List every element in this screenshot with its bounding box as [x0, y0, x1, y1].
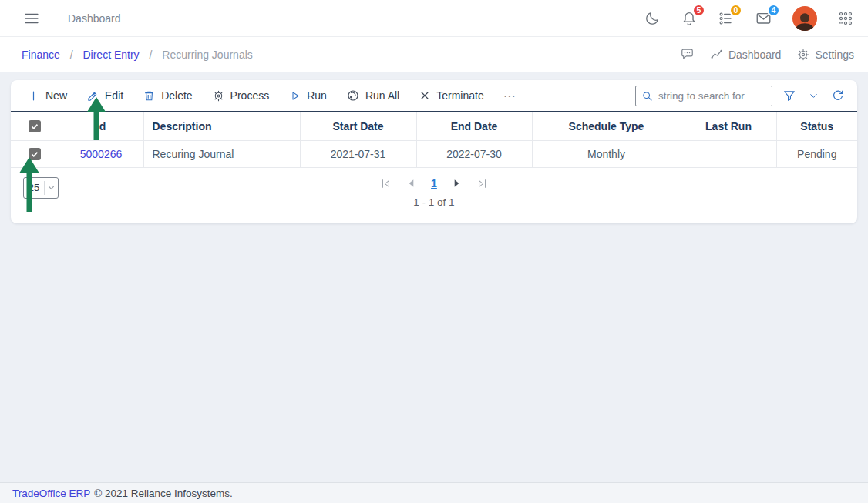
footer-brand-link[interactable]: TradeOffice ERP	[12, 488, 90, 499]
annotation-overlay	[0, 0, 868, 503]
row-select-cell	[11, 140, 59, 167]
messages-envelope-icon[interactable]: 4	[755, 10, 772, 27]
pager-summary: 1 - 1 of 1	[413, 196, 454, 208]
settings-link[interactable]: Settings	[796, 48, 854, 62]
cell-start-date: 2021-07-31	[300, 140, 416, 167]
process-button-label: Process	[230, 89, 270, 102]
column-header-description[interactable]: Description	[143, 112, 300, 140]
table-row[interactable]: 5000266 Recuring Journal 2021-07-31 2022…	[11, 140, 857, 167]
terminate-button-label: Terminate	[436, 89, 483, 102]
next-page-icon	[450, 177, 463, 189]
dark-mode-moon-icon[interactable]	[644, 10, 661, 26]
x-icon	[419, 89, 431, 102]
search-box	[635, 86, 772, 106]
next-page-button[interactable]	[450, 177, 463, 189]
delete-button-label: Delete	[161, 89, 192, 102]
column-header-last-run[interactable]: Last Run	[681, 112, 776, 140]
more-actions-button[interactable]: ⋯	[498, 86, 523, 106]
gear-icon	[212, 89, 225, 102]
breadcrumb-finance[interactable]: Finance	[22, 49, 60, 61]
topbar: Dashboard 5 0	[0, 0, 868, 37]
column-header-start-date[interactable]: Start Date	[300, 112, 416, 140]
gear-icon	[796, 48, 810, 62]
check-icon	[30, 122, 39, 131]
trash-icon	[143, 89, 156, 102]
select-all-header-cell	[11, 112, 59, 140]
terminate-button[interactable]: Terminate	[413, 86, 489, 105]
run-all-button[interactable]: Run All	[341, 86, 405, 106]
pagination-bar: 25 1	[11, 168, 857, 223]
page-title: Dashboard	[68, 12, 121, 25]
previous-page-button[interactable]	[405, 177, 418, 189]
check-icon	[30, 149, 39, 159]
new-button-label: New	[45, 89, 67, 102]
breadcrumb-actions: Dashboard Settings	[680, 47, 854, 62]
breadcrumb-separator: /	[150, 49, 153, 61]
feedback-chat-icon[interactable]	[680, 47, 695, 62]
chart-line-icon	[710, 48, 724, 62]
column-header-id[interactable]: Id	[59, 112, 143, 140]
cell-schedule-type: Monthly	[532, 140, 681, 167]
column-header-status[interactable]: Status	[776, 112, 857, 140]
last-page-icon	[476, 177, 489, 190]
user-avatar[interactable]	[792, 6, 817, 31]
cell-id: 5000266	[59, 140, 143, 167]
delete-button[interactable]: Delete	[137, 86, 197, 106]
tasks-badge: 0	[729, 4, 742, 17]
grid-toolbar: New Edit Delete Process Run	[11, 80, 857, 111]
filter-button[interactable]	[781, 87, 798, 104]
breadcrumb-bar: Finance / Direct Entry / Recurring Journ…	[0, 37, 868, 72]
record-id-link[interactable]: 5000266	[80, 148, 123, 160]
run-button-label: Run	[307, 89, 327, 102]
pencil-icon	[86, 89, 99, 102]
run-all-button-label: Run All	[365, 89, 399, 102]
notifications-badge: 5	[692, 4, 705, 17]
column-header-schedule-type[interactable]: Schedule Type	[532, 112, 681, 140]
footer-copyright: © 2021 Reliance Infosystems.	[94, 488, 233, 499]
pager-center: 1 1 - 1 of 1	[11, 177, 857, 208]
cell-last-run	[681, 140, 776, 167]
search-area	[635, 86, 846, 106]
first-page-button[interactable]	[379, 177, 392, 190]
table-header-row: Id Description Start Date End Date Sched…	[11, 112, 857, 140]
plus-icon	[27, 89, 40, 102]
breadcrumb-separator: /	[70, 49, 73, 61]
previous-page-icon	[405, 177, 418, 189]
last-page-button[interactable]	[476, 177, 489, 190]
edit-button-label: Edit	[105, 89, 123, 102]
process-button[interactable]: Process	[207, 86, 275, 106]
new-button[interactable]: New	[22, 86, 72, 106]
cell-description: Recuring Journal	[143, 140, 300, 167]
edit-button[interactable]: Edit	[81, 86, 129, 106]
run-button[interactable]: Run	[283, 86, 332, 106]
pager-controls: 1	[379, 177, 489, 190]
dashboard-link-label: Dashboard	[728, 49, 782, 61]
messages-badge: 4	[767, 4, 780, 17]
tasks-list-icon[interactable]: 0	[718, 10, 735, 27]
refresh-icon	[831, 89, 845, 102]
column-header-end-date[interactable]: End Date	[416, 112, 532, 140]
play-icon	[288, 89, 301, 102]
recurring-journals-panel: New Edit Delete Process Run	[11, 80, 857, 223]
dashboard-link[interactable]: Dashboard	[710, 48, 782, 62]
footer: TradeOffice ERP © 2021 Reliance Infosyst…	[0, 482, 868, 503]
row-checkbox[interactable]	[29, 148, 41, 160]
apps-grid-icon[interactable]	[837, 10, 854, 27]
select-all-checkbox[interactable]	[29, 120, 41, 132]
run-all-orbit-icon	[346, 89, 360, 102]
cell-end-date: 2022-07-30	[416, 140, 532, 167]
refresh-button[interactable]	[829, 87, 846, 104]
recurring-journals-table: Id Description Start Date End Date Sched…	[11, 111, 857, 168]
notifications-bell-icon[interactable]: 5	[681, 10, 698, 27]
breadcrumb-direct-entry[interactable]: Direct Entry	[82, 49, 139, 61]
settings-link-label: Settings	[815, 49, 854, 61]
search-input[interactable]	[635, 86, 772, 106]
breadcrumb-current: Recurring Journals	[162, 49, 253, 61]
page-number-1[interactable]: 1	[431, 177, 437, 189]
menu-icon[interactable]	[22, 8, 42, 29]
breadcrumb: Finance / Direct Entry / Recurring Journ…	[22, 49, 253, 61]
filter-dropdown-chevron[interactable]	[806, 89, 821, 103]
filter-funnel-icon	[782, 89, 796, 102]
chevron-down-icon	[808, 90, 819, 102]
cell-status: Pending	[776, 140, 857, 167]
